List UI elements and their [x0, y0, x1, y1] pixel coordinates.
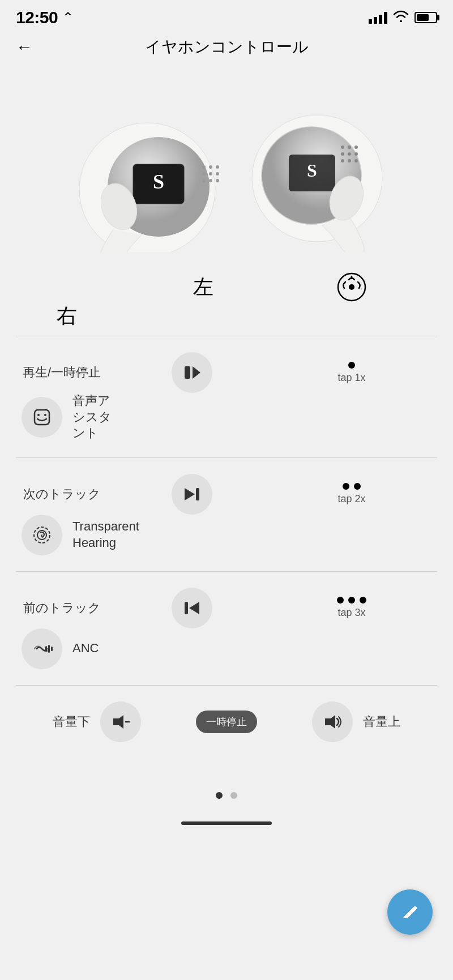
- tap-3x-indicator: tap 3x: [272, 597, 431, 619]
- home-indicator: [0, 810, 453, 831]
- back-button[interactable]: ←: [16, 37, 33, 57]
- svg-text:S: S: [153, 170, 164, 193]
- page-title: イヤホンコントロール: [145, 36, 309, 58]
- svg-rect-38: [196, 488, 199, 500]
- earbuds-svg: S S: [23, 82, 430, 252]
- svg-point-12: [216, 179, 219, 182]
- svg-marker-41: [189, 602, 199, 614]
- tap-2x-indicator: tap 2x: [272, 483, 431, 505]
- transparent-hearing-label: Transparent Hearing: [72, 519, 139, 551]
- svg-point-8: [209, 172, 212, 176]
- row-label-play: 再生/一時停止: [22, 364, 112, 381]
- svg-point-27: [348, 159, 351, 162]
- location-icon: ⌃: [62, 10, 74, 25]
- svg-rect-32: [185, 366, 190, 379]
- anc-control: ANC: [22, 628, 112, 669]
- status-icons: [369, 10, 437, 25]
- play-pause-button[interactable]: [112, 352, 272, 393]
- touch-icon-container: [272, 272, 431, 302]
- volume-down-label: 音量下: [53, 713, 90, 730]
- svg-point-23: [341, 152, 344, 156]
- column-headers: 左 右: [16, 272, 437, 330]
- hold-pause-label: 一時停止: [196, 711, 257, 733]
- volume-down-group: 音量下: [22, 701, 158, 742]
- svg-point-31: [349, 284, 354, 290]
- hold-row: 音量下 一時停止 音量上: [16, 685, 437, 758]
- tap-1x-indicator: tap 1x: [272, 362, 431, 384]
- svg-point-20: [341, 145, 344, 149]
- prev-track-button[interactable]: [112, 588, 272, 628]
- row-label-next: 次のトラック: [22, 486, 112, 503]
- table-row: 再生/一時停止 tap 1x: [16, 336, 437, 457]
- edit-fab[interactable]: [387, 889, 433, 935]
- col-header-right: 右: [22, 302, 112, 330]
- svg-point-9: [216, 172, 219, 176]
- battery-icon: [414, 12, 437, 23]
- volume-up-button[interactable]: [312, 701, 353, 742]
- svg-point-4: [202, 165, 206, 169]
- svg-point-11: [209, 179, 212, 182]
- transparent-hearing-button[interactable]: [22, 515, 62, 555]
- svg-point-25: [354, 152, 358, 156]
- svg-point-22: [354, 145, 358, 149]
- voice-assistant-control: 音声アシスタント: [22, 393, 112, 442]
- page-dot-1: [216, 792, 223, 799]
- home-bar: [181, 821, 272, 825]
- svg-point-6: [216, 165, 219, 169]
- page-dots: [0, 775, 453, 810]
- anc-button[interactable]: [22, 628, 62, 669]
- voice-assistant-button[interactable]: [22, 397, 62, 438]
- svg-marker-46: [113, 715, 123, 729]
- svg-text:S: S: [307, 160, 317, 181]
- svg-rect-34: [35, 410, 49, 425]
- earbuds-image: S S: [0, 68, 453, 260]
- transparent-hearing-control: Transparent Hearing: [22, 515, 112, 555]
- touch-icon: [336, 272, 367, 302]
- svg-point-7: [202, 172, 206, 176]
- svg-point-36: [44, 414, 46, 416]
- row-label-prev: 前のトラック: [22, 600, 112, 617]
- next-track-button[interactable]: [112, 474, 272, 515]
- svg-marker-48: [325, 715, 335, 729]
- status-bar: 12:50 ⌃: [0, 0, 453, 32]
- svg-point-10: [202, 179, 206, 182]
- svg-rect-43: [48, 645, 50, 653]
- volume-up-group: 音量上: [295, 701, 431, 742]
- hold-pause-center: 一時停止: [158, 711, 294, 733]
- table-row: 次のトラック tap 2x: [16, 457, 437, 571]
- svg-point-26: [341, 159, 344, 162]
- page-dot-2: [230, 792, 237, 799]
- volume-up-label: 音量上: [363, 713, 400, 730]
- svg-point-28: [354, 159, 358, 162]
- svg-marker-33: [193, 366, 200, 379]
- voice-assistant-label: 音声アシスタント: [72, 393, 112, 442]
- signal-icon: [369, 11, 387, 24]
- table-row: 前のトラック tap 3x: [16, 571, 437, 685]
- col-header-left: 左: [112, 273, 272, 301]
- svg-point-24: [348, 152, 351, 156]
- svg-point-35: [37, 414, 40, 416]
- status-time: 12:50: [16, 8, 58, 27]
- svg-rect-45: [45, 646, 47, 652]
- wifi-icon: [393, 10, 409, 25]
- svg-point-21: [348, 145, 351, 149]
- svg-rect-44: [51, 647, 53, 651]
- volume-down-button[interactable]: [100, 701, 141, 742]
- header: ← イヤホンコントロール: [0, 32, 453, 68]
- edit-icon: [399, 901, 421, 923]
- anc-label: ANC: [72, 640, 99, 657]
- controls-section: 左 右 再生/一時停止: [0, 260, 453, 775]
- svg-marker-37: [185, 488, 195, 500]
- svg-rect-42: [185, 602, 188, 614]
- svg-point-5: [209, 165, 212, 169]
